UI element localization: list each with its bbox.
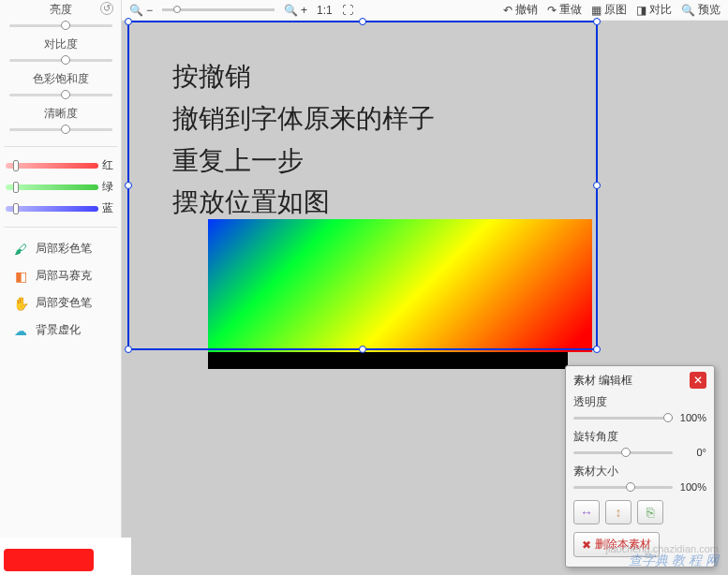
tool-label: 局部变色笔	[36, 295, 92, 311]
divider	[4, 146, 117, 147]
zoom-out-button[interactable]: 🔍−	[129, 4, 153, 17]
rotation-slider[interactable]	[573, 451, 673, 454]
flip-h-icon: ↔	[580, 505, 593, 520]
redo-button[interactable]: ↷重做	[547, 2, 582, 18]
mosaic-icon: ◧	[13, 269, 28, 284]
tool-color-brush[interactable]: 🖌 局部彩色笔	[0, 235, 121, 262]
blue-slider[interactable]	[6, 206, 98, 212]
material-edit-panel: 素材 编辑框 ✕ 透明度 100% 旋转角度 0° 素材大小 100% ↔ ↕ …	[565, 365, 715, 568]
brightness-slider[interactable]	[9, 18, 112, 33]
zoom-in-icon: 🔍	[284, 4, 298, 17]
tools-list: 🖌 局部彩色笔 ◧ 局部马赛克 ✋ 局部变色笔 ☁ 背景虚化	[0, 235, 121, 344]
brush-icon: 🖌	[13, 242, 28, 257]
sharpness-slider[interactable]	[9, 122, 112, 137]
panel-title: 素材 编辑框	[573, 373, 632, 389]
zoom-out-icon: 🔍	[129, 4, 143, 17]
image-icon: ▦	[591, 4, 602, 17]
sidebar: 亮度 ↺ 对比度 色彩饱和度 清晰度 红 绿 蓝	[0, 0, 122, 575]
preview-icon: 🔍	[681, 4, 695, 17]
rotation-value: 0°	[676, 447, 706, 458]
resize-handle-br[interactable]	[593, 346, 601, 353]
undo-icon: ↶	[503, 4, 513, 17]
opacity-label: 透明度	[573, 394, 706, 410]
saturation-slider[interactable]	[9, 87, 112, 102]
rgb-sliders: 红 绿 蓝	[0, 155, 121, 219]
tool-mosaic[interactable]: ◧ 局部马赛克	[0, 262, 121, 289]
size-label: 素材大小	[573, 464, 706, 479]
size-slider[interactable]	[573, 486, 673, 489]
green-label: 绿	[102, 179, 115, 195]
rotation-label: 旋转角度	[573, 429, 706, 445]
tool-blur[interactable]: ☁ 背景虚化	[0, 317, 121, 344]
top-toolbar: 🔍− 🔍+ 1:1 ⛶ ↶撤销 ↷重做 ▦原图 ◨对比 🔍预览	[122, 0, 728, 21]
delete-icon: ✖	[582, 538, 591, 552]
sharpness-label: 清晰度	[0, 106, 121, 122]
hand-icon: ✋	[13, 296, 28, 311]
resize-handle-ml[interactable]	[125, 182, 132, 189]
close-button[interactable]: ✕	[690, 372, 706, 389]
red-label: 红	[102, 157, 115, 173]
tool-recolor[interactable]: ✋ 局部变色笔	[0, 289, 121, 317]
saturation-label: 色彩饱和度	[0, 71, 121, 87]
compare-button[interactable]: ◨对比	[636, 2, 672, 18]
copy-icon: ⎘	[646, 505, 654, 520]
zoom-fit-button[interactable]: ⛶	[342, 4, 353, 17]
preview-button[interactable]: 🔍预览	[681, 2, 721, 18]
divider	[4, 227, 117, 228]
resize-handle-tr[interactable]	[593, 18, 601, 25]
adjustment-sliders: 亮度 ↺ 对比度 色彩饱和度 清晰度	[0, 0, 121, 139]
resize-handle-mr[interactable]	[593, 182, 601, 189]
zoom-11-button[interactable]: 1:1	[317, 4, 333, 17]
opacity-value: 100%	[676, 412, 706, 423]
original-button[interactable]: ▦原图	[591, 2, 627, 18]
redacted-area	[0, 538, 131, 575]
contrast-slider[interactable]	[9, 52, 112, 67]
resize-handle-bl[interactable]	[125, 346, 132, 353]
redo-icon: ↷	[547, 4, 557, 17]
copy-button[interactable]: ⎘	[637, 500, 663, 524]
selection-box[interactable]	[127, 21, 598, 350]
contrast-label: 对比度	[0, 37, 121, 52]
size-value: 100%	[676, 481, 706, 493]
opacity-slider[interactable]	[573, 417, 673, 420]
compare-icon: ◨	[636, 4, 646, 17]
resize-handle-tl[interactable]	[125, 18, 132, 25]
watermark-text: 查字典 教 程 网	[629, 553, 719, 569]
undo-button[interactable]: ↶撤销	[503, 2, 538, 18]
flip-vertical-button[interactable]: ↕	[605, 500, 631, 524]
resize-handle-tm[interactable]	[359, 18, 366, 25]
tool-label: 局部马赛克	[36, 268, 92, 284]
tool-label: 局部彩色笔	[36, 241, 92, 257]
reset-icon[interactable]: ↺	[100, 2, 113, 15]
red-slider[interactable]	[6, 163, 98, 169]
close-icon: ✕	[693, 374, 703, 387]
tool-label: 背景虚化	[36, 322, 81, 338]
flip-v-icon: ↕	[616, 505, 622, 520]
green-slider[interactable]	[6, 184, 98, 190]
zoom-in-button[interactable]: 🔍+	[284, 4, 307, 17]
blue-label: 蓝	[102, 200, 115, 216]
resize-handle-bm[interactable]	[359, 346, 366, 353]
cloud-icon: ☁	[13, 323, 28, 338]
zoom-slider[interactable]	[162, 8, 275, 11]
flip-horizontal-button[interactable]: ↔	[573, 500, 600, 524]
